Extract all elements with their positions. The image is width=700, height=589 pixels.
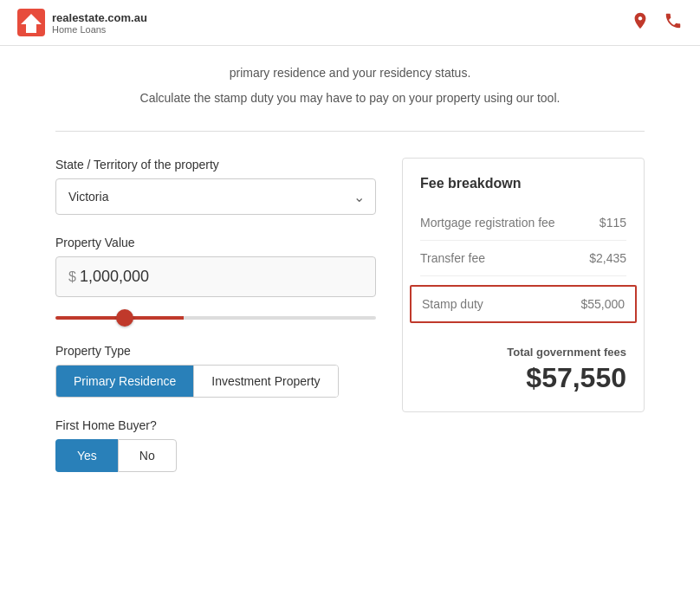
property-value-group: Property Value $	[55, 236, 376, 323]
state-label: State / Territory of the property	[55, 158, 376, 172]
property-type-group: Property Type Primary Residence Investme…	[55, 344, 376, 398]
mortgage-fee-label: Mortgage registration fee	[420, 216, 555, 230]
main-content: primary residence and your residency sta…	[21, 46, 679, 528]
transfer-fee-row: Transfer fee $2,435	[420, 241, 626, 276]
primary-residence-button[interactable]: Primary Residence	[56, 366, 194, 397]
logo-icon	[17, 9, 45, 36]
property-value-label: Property Value	[55, 236, 376, 249]
currency-symbol: $	[68, 269, 76, 285]
state-select-wrapper: Victoria New South Wales Queensland Sout…	[55, 178, 376, 215]
slider-container	[55, 307, 376, 323]
total-label: Total government fees	[420, 346, 626, 359]
first-home-buyer-label: First Home Buyer?	[55, 418, 376, 432]
total-section: Total government fees $57,550	[420, 346, 626, 394]
yes-button[interactable]: Yes	[55, 439, 118, 472]
mortgage-fee-row: Mortgage registration fee $115	[420, 205, 626, 241]
phone-icon[interactable]	[664, 11, 683, 35]
property-value-input-wrapper: $	[55, 256, 376, 297]
logo: realestate.com.au Home Loans	[17, 9, 147, 36]
left-panel: State / Territory of the property Victor…	[55, 158, 376, 493]
state-group: State / Territory of the property Victor…	[55, 158, 376, 215]
stamp-duty-value: $55,000	[580, 297, 625, 311]
logo-text: realestate.com.au Home Loans	[52, 11, 147, 35]
property-type-label: Property Type	[55, 344, 376, 358]
header: realestate.com.au Home Loans	[0, 0, 700, 46]
state-select[interactable]: Victoria New South Wales Queensland Sout…	[56, 179, 375, 214]
transfer-fee-label: Transfer fee	[420, 251, 485, 265]
divider	[55, 131, 645, 132]
investment-property-button[interactable]: Investment Property	[194, 366, 337, 397]
total-amount: $57,550	[420, 362, 626, 394]
fee-breakdown-panel: Fee breakdown Mortgage registration fee …	[402, 158, 645, 412]
mortgage-fee-value: $115	[600, 216, 626, 230]
tool-description: Calculate the stamp duty you may have to…	[55, 91, 645, 105]
stamp-duty-row: Stamp duty $55,000	[410, 285, 637, 323]
fee-breakdown-title: Fee breakdown	[420, 176, 626, 191]
transfer-fee-value: $2,435	[589, 251, 626, 265]
stamp-duty-label: Stamp duty	[422, 297, 483, 311]
property-value-input[interactable]	[80, 257, 363, 296]
first-home-buyer-group: First Home Buyer? Yes No	[55, 418, 376, 472]
intro-text1: primary residence and your residency sta…	[55, 46, 645, 91]
property-value-slider[interactable]	[55, 316, 376, 320]
property-type-toggle: Primary Residence Investment Property	[55, 365, 339, 398]
calculator-layout: State / Territory of the property Victor…	[55, 158, 645, 493]
header-icons	[631, 11, 683, 35]
yes-no-toggle: Yes No	[55, 439, 177, 472]
no-button[interactable]: No	[118, 439, 177, 472]
location-icon[interactable]	[631, 11, 650, 35]
